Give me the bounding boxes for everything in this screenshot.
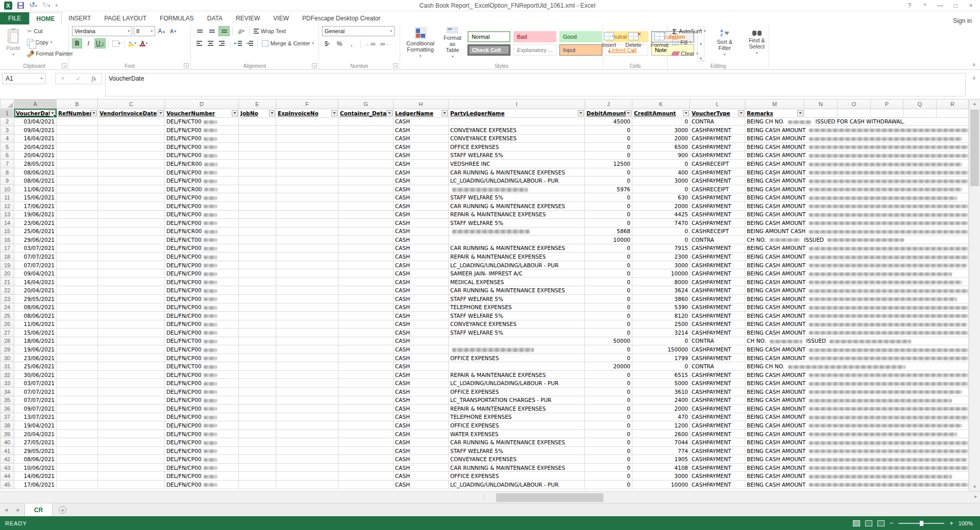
cell-container-detail[interactable] [338,320,394,329]
row-header-31[interactable]: 31 [1,362,14,371]
cell-ledgername[interactable]: CASH [394,354,449,362]
cell-voucherdate[interactable]: 18/06/2021 [14,337,57,345]
cell-vendorinvoicedate[interactable] [98,455,165,464]
field-header-ledgername[interactable]: LedgerName [394,109,449,117]
cell-debitamount[interactable]: 0 [585,463,632,472]
cell-voucherdate[interactable]: 29/05/2021 [14,294,57,303]
decrease-decimal-button[interactable]: .00→ [378,39,390,49]
cell-expinvoiceno[interactable] [276,337,338,345]
cell-creditamount[interactable]: 0 [632,117,690,126]
cell-jobno[interactable] [239,201,276,210]
cell-vouchernumber[interactable]: DEL/FN/CP00 [165,176,239,185]
page-break-view-icon[interactable] [877,520,885,526]
customize-qat-icon[interactable]: ▾ [56,3,58,8]
row-header-23[interactable]: 23 [1,294,14,303]
cell-remarks[interactable]: BEING CASH AMOUNT [745,413,969,421]
cell-partyledgername[interactable] [449,362,585,371]
row-header-38[interactable]: 38 [1,421,14,430]
cell-creditamount[interactable]: 4425 [632,210,690,219]
cell-remarks[interactable]: BEING CASH AMOUNT [745,201,969,210]
collapse-ribbon-icon[interactable]: ∧ [972,62,976,67]
cell-creditamount[interactable]: 3610 [632,388,690,396]
cell-vouchernumber[interactable]: DEL/FN/CP00 [165,329,239,337]
cell-partyledgername[interactable]: OFFICE EXPENSES [449,388,585,396]
cell-container-detail[interactable] [338,168,394,176]
cell-refnumber[interactable] [57,201,98,210]
column-header-A[interactable]: A [14,99,57,109]
format-painter-button[interactable]: Format Painter [26,48,75,59]
cell-debitamount[interactable]: 50000 [585,337,632,345]
cell-vouchernumber[interactable]: DEL/FN/CP00 [165,413,239,421]
cell-vendorinvoicedate[interactable] [98,151,165,160]
cell-vouchernumber[interactable]: DEL/FN/CP00 [165,168,239,176]
cell-refnumber[interactable] [57,210,98,219]
cell-voucherdate[interactable]: 11/06/2021 [14,185,57,193]
cell-refnumber[interactable] [57,134,98,143]
cell-vouchernumber[interactable]: DEL/FN/CT00 [165,117,239,126]
cell-remarks[interactable]: BEING CASH AMOUNT [745,329,969,337]
cell-vouchernumber[interactable]: DEL/FN/CP00 [165,455,239,464]
cell-ledgername[interactable]: CASH [394,312,449,320]
cell-expinvoiceno[interactable] [276,117,338,126]
cell-creditamount[interactable]: 900 [632,151,690,160]
cell-vouchernumber[interactable]: DEL/FN/CP00 [165,481,239,489]
cell-jobno[interactable] [239,219,276,228]
cell-remarks[interactable]: BEING CASH AMOUNT [745,286,969,295]
help-icon[interactable]: ? [902,1,917,11]
cell-container-detail[interactable] [338,236,394,244]
cell-vouchernumber[interactable]: DEL/FN/CP00 [165,151,239,160]
cell-vendorinvoicedate[interactable] [98,463,165,472]
cell-container-detail[interactable] [338,481,394,489]
cell-vouchertype[interactable]: CASHPAYMENT [690,472,745,481]
cell-vendorinvoicedate[interactable] [98,134,165,143]
increase-indent-button[interactable]: ⇥ [244,38,254,48]
cell-vouchertype[interactable]: CONTRA [690,117,745,126]
cell-refnumber[interactable] [57,329,98,337]
cell-creditamount[interactable]: 1799 [632,354,690,362]
row-header-8[interactable]: 8 [1,168,14,176]
cell-vouchertype[interactable]: CASHPAYMENT [690,261,745,269]
cell-refnumber[interactable] [57,455,98,464]
font-dialog-launcher[interactable]: ↘ [184,63,189,68]
cell-jobno[interactable] [239,253,276,261]
row-header-36[interactable]: 36 [1,405,14,413]
cell-creditamount[interactable]: 0 [632,160,690,168]
cell-vouchernumber[interactable]: DEL/FN/CP00 [165,463,239,472]
cell-vouchernumber[interactable]: DEL/FN/CP00 [165,126,239,135]
cell-container-detail[interactable] [338,219,394,228]
cell-ledgername[interactable]: CASH [394,117,449,126]
cell-expinvoiceno[interactable] [276,193,338,202]
cell-vendorinvoicedate[interactable] [98,320,165,329]
empty-cell[interactable] [937,109,969,117]
cell-container-detail[interactable] [338,396,394,405]
cell-vendorinvoicedate[interactable] [98,236,165,244]
empty-cell[interactable] [838,109,871,117]
row-header-30[interactable]: 30 [1,354,14,362]
cell-container-detail[interactable] [338,345,394,354]
cell-partyledgername[interactable] [449,337,585,345]
row-header-15[interactable]: 15 [1,227,14,236]
cell-vendorinvoicedate[interactable] [98,472,165,481]
cell-partyledgername[interactable]: CONVEYANCE EXPENSES [449,134,585,143]
cell-refnumber[interactable] [57,193,98,202]
cell-jobno[interactable] [239,421,276,430]
zoom-slider[interactable] [898,523,944,524]
cell-voucherdate[interactable]: 29/06/2021 [14,236,57,244]
cell-refnumber[interactable] [57,370,98,379]
cell-creditamount[interactable]: 10000 [632,269,690,278]
cell-vouchernumber[interactable]: DEL/FN/CP00 [165,405,239,413]
cell-ledgername[interactable]: CASH [394,219,449,228]
cell-refnumber[interactable] [57,463,98,472]
cell-container-detail[interactable] [338,455,394,464]
bottom-align-button[interactable] [218,26,230,36]
cell-creditamount[interactable]: 8000 [632,277,690,286]
cell-partyledgername[interactable]: OFFICE EXPENSES [449,354,585,362]
row-header-12[interactable]: 12 [1,201,14,210]
cell-expinvoiceno[interactable] [276,294,338,303]
cell-remarks[interactable]: BEING CASH AMOUNT [745,193,969,202]
align-left-button[interactable] [194,38,204,48]
cell-ledgername[interactable]: CASH [394,345,449,354]
cell-partyledgername[interactable] [449,236,585,244]
filter-dropdown-icon[interactable] [797,110,803,116]
cell-vendorinvoicedate[interactable] [98,219,165,228]
